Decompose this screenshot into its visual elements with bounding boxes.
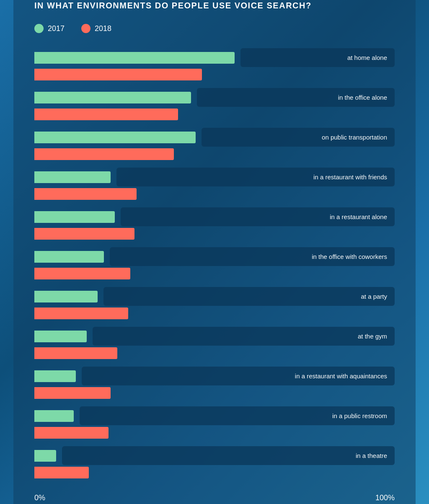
- bar-row-2017: on public transportation: [34, 128, 395, 147]
- bar-2017: [34, 171, 111, 183]
- bar-row-2018: [34, 148, 395, 160]
- bar-2018: [34, 427, 109, 439]
- bar-2017: [34, 331, 87, 342]
- bar-label: at a party: [103, 287, 395, 306]
- bar-row-2017: in the office alone: [34, 88, 395, 107]
- bar-2018: [34, 387, 111, 399]
- bar-row-2018: [34, 228, 395, 240]
- axis-label-left: 0%: [34, 494, 45, 502]
- bar-2018: [34, 69, 202, 80]
- bar-2018: [34, 228, 134, 240]
- legend-dot-2018: [81, 24, 90, 33]
- bar-2018: [34, 347, 117, 359]
- bar-label: in the office with coworkers: [110, 247, 395, 266]
- bars-container: at home alonein the office aloneon publi…: [34, 48, 395, 486]
- bar-row-2018: [34, 109, 395, 120]
- axis-row: 0% 100%: [34, 494, 395, 502]
- bar-row-2017: in a public restroom: [34, 406, 395, 425]
- bar-label: in a theatre: [62, 446, 395, 465]
- chart-title: IN WHAT ENVIRONMENTS DO PEOPLE USE VOICE…: [34, 1, 395, 10]
- bar-row-2018: [34, 308, 395, 319]
- bar-label: in a restaurant with aquaintances: [82, 367, 395, 385]
- bar-2018: [34, 109, 178, 120]
- bar-row-2017: at the gym: [34, 327, 395, 346]
- bar-label: in a restaurant alone: [121, 207, 395, 226]
- bar-2017: [34, 132, 196, 143]
- bar-group: in a restaurant with friends: [34, 168, 395, 202]
- bar-2018: [34, 308, 128, 319]
- bar-2017: [34, 92, 191, 103]
- bar-row-2018: [34, 69, 395, 80]
- legend-label-2017: 2017: [48, 24, 65, 33]
- bar-group: at the gym: [34, 327, 395, 361]
- bar-2018: [34, 467, 89, 478]
- bar-label: at the gym: [93, 327, 395, 346]
- bar-row-2018: [34, 387, 395, 399]
- legend-2018: 2018: [81, 24, 111, 33]
- bar-2017: [34, 211, 115, 223]
- axis-label-right: 100%: [375, 494, 395, 502]
- bar-group: in a restaurant with aquaintances: [34, 367, 395, 401]
- bar-2018: [34, 148, 174, 160]
- bar-label: on public transportation: [202, 128, 395, 147]
- bar-label: in a public restroom: [80, 406, 395, 425]
- bar-label: at home alone: [240, 48, 395, 67]
- bar-row-2017: in a restaurant with aquaintances: [34, 367, 395, 385]
- bar-2017: [34, 370, 76, 382]
- bar-row-2017: in a restaurant alone: [34, 207, 395, 226]
- bar-group: in the office alone: [34, 88, 395, 122]
- bar-2018: [34, 268, 130, 279]
- bar-2017: [34, 450, 56, 462]
- bar-2017: [34, 251, 104, 263]
- bar-row-2017: in a restaurant with friends: [34, 168, 395, 186]
- legend-label-2018: 2018: [95, 24, 111, 33]
- bar-2018: [34, 188, 137, 200]
- bar-2017: [34, 52, 235, 64]
- bar-row-2018: [34, 188, 395, 200]
- bar-row-2018: [34, 347, 395, 359]
- bar-group: in a public restroom: [34, 406, 395, 440]
- bar-2017: [34, 410, 74, 422]
- bar-row-2017: in the office with coworkers: [34, 247, 395, 266]
- chart-card: IN WHAT ENVIRONMENTS DO PEOPLE USE VOICE…: [13, 0, 416, 504]
- bar-group: on public transportation: [34, 128, 395, 162]
- bar-group: in a theatre: [34, 446, 395, 480]
- bar-2017: [34, 291, 98, 302]
- legend-dot-2017: [34, 24, 44, 33]
- chart-legend: 2017 2018: [34, 24, 395, 33]
- bar-row-2017: at home alone: [34, 48, 395, 67]
- bar-row-2018: [34, 467, 395, 478]
- legend-2017: 2017: [34, 24, 65, 33]
- bar-row-2018: [34, 268, 395, 279]
- bar-label: in a restaurant with friends: [116, 168, 395, 186]
- bar-row-2018: [34, 427, 395, 439]
- bar-group: at home alone: [34, 48, 395, 82]
- bar-row-2017: in a theatre: [34, 446, 395, 465]
- bar-row-2017: at a party: [34, 287, 395, 306]
- bar-group: at a party: [34, 287, 395, 321]
- bar-group: in the office with coworkers: [34, 247, 395, 281]
- bar-label: in the office alone: [197, 88, 395, 107]
- bar-group: in a restaurant alone: [34, 207, 395, 241]
